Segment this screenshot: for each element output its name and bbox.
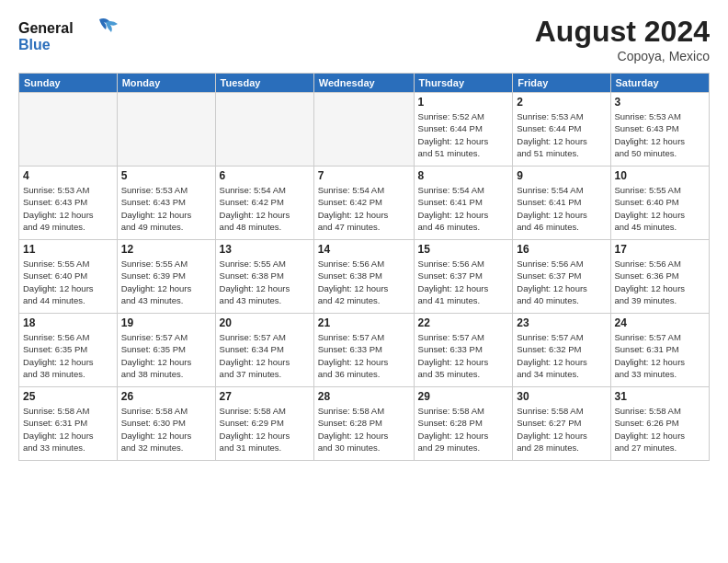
- month-title: August 2024: [535, 15, 710, 49]
- calendar-cell: 1Sunrise: 5:52 AMSunset: 6:44 PMDaylight…: [414, 93, 513, 167]
- calendar-cell: 30Sunrise: 5:58 AMSunset: 6:27 PMDayligh…: [513, 387, 610, 461]
- calendar-cell: [313, 93, 414, 167]
- day-info: Sunrise: 5:58 AMSunset: 6:30 PMDaylight:…: [121, 405, 211, 454]
- day-number: 17: [615, 243, 706, 256]
- calendar-cell: 25Sunrise: 5:58 AMSunset: 6:31 PMDayligh…: [19, 387, 118, 461]
- calendar-cell: 6Sunrise: 5:54 AMSunset: 6:42 PMDaylight…: [215, 167, 313, 240]
- header: General Blue August 2024 Copoya, Mexico: [18, 15, 710, 63]
- calendar-cell: 23Sunrise: 5:57 AMSunset: 6:32 PMDayligh…: [513, 314, 610, 387]
- day-info: Sunrise: 5:58 AMSunset: 6:27 PMDaylight:…: [517, 405, 606, 454]
- calendar: Sunday Monday Tuesday Wednesday Thursday…: [18, 73, 710, 461]
- calendar-cell: 4Sunrise: 5:53 AMSunset: 6:43 PMDaylight…: [19, 167, 118, 240]
- day-number: 4: [23, 169, 113, 182]
- day-info: Sunrise: 5:53 AMSunset: 6:43 PMDaylight:…: [23, 184, 113, 233]
- day-number: 23: [517, 316, 606, 329]
- title-block: August 2024 Copoya, Mexico: [535, 15, 710, 63]
- day-number: 15: [418, 243, 509, 256]
- day-number: 1: [418, 96, 509, 109]
- logo-text: General Blue: [18, 15, 119, 59]
- day-info: Sunrise: 5:57 AMSunset: 6:34 PMDaylight:…: [220, 331, 310, 380]
- location: Copoya, Mexico: [535, 49, 710, 63]
- col-wednesday: Wednesday: [313, 74, 414, 93]
- day-number: 21: [318, 316, 410, 329]
- day-number: 11: [23, 243, 113, 256]
- day-number: 10: [615, 169, 706, 182]
- day-info: Sunrise: 5:54 AMSunset: 6:42 PMDaylight:…: [318, 184, 410, 233]
- calendar-cell: 22Sunrise: 5:57 AMSunset: 6:33 PMDayligh…: [414, 314, 513, 387]
- day-number: 12: [121, 243, 211, 256]
- calendar-header-row: Sunday Monday Tuesday Wednesday Thursday…: [19, 74, 710, 93]
- col-thursday: Thursday: [414, 74, 513, 93]
- calendar-cell: 20Sunrise: 5:57 AMSunset: 6:34 PMDayligh…: [215, 314, 313, 387]
- day-info: Sunrise: 5:54 AMSunset: 6:41 PMDaylight:…: [517, 184, 606, 233]
- calendar-cell: 16Sunrise: 5:56 AMSunset: 6:37 PMDayligh…: [513, 240, 610, 314]
- day-number: 8: [418, 169, 509, 182]
- calendar-cell: 24Sunrise: 5:57 AMSunset: 6:31 PMDayligh…: [610, 314, 710, 387]
- calendar-cell: 29Sunrise: 5:58 AMSunset: 6:28 PMDayligh…: [414, 387, 513, 461]
- calendar-cell: 17Sunrise: 5:56 AMSunset: 6:36 PMDayligh…: [610, 240, 710, 314]
- day-info: Sunrise: 5:53 AMSunset: 6:43 PMDaylight:…: [121, 184, 211, 233]
- logo: General Blue: [18, 15, 119, 59]
- day-number: 16: [517, 243, 606, 256]
- day-number: 2: [517, 96, 606, 109]
- day-info: Sunrise: 5:58 AMSunset: 6:28 PMDaylight:…: [418, 405, 509, 454]
- calendar-cell: 9Sunrise: 5:54 AMSunset: 6:41 PMDaylight…: [513, 167, 610, 240]
- calendar-cell: 15Sunrise: 5:56 AMSunset: 6:37 PMDayligh…: [414, 240, 513, 314]
- week-row-1: 1Sunrise: 5:52 AMSunset: 6:44 PMDaylight…: [19, 93, 710, 167]
- day-info: Sunrise: 5:58 AMSunset: 6:26 PMDaylight:…: [615, 405, 706, 454]
- calendar-cell: 8Sunrise: 5:54 AMSunset: 6:41 PMDaylight…: [414, 167, 513, 240]
- calendar-cell: 11Sunrise: 5:55 AMSunset: 6:40 PMDayligh…: [19, 240, 118, 314]
- col-tuesday: Tuesday: [215, 74, 313, 93]
- day-number: 5: [121, 169, 211, 182]
- day-number: 14: [318, 243, 410, 256]
- day-info: Sunrise: 5:55 AMSunset: 6:40 PMDaylight:…: [615, 184, 706, 233]
- day-number: 29: [418, 390, 509, 403]
- calendar-cell: 7Sunrise: 5:54 AMSunset: 6:42 PMDaylight…: [313, 167, 414, 240]
- calendar-cell: 13Sunrise: 5:55 AMSunset: 6:38 PMDayligh…: [215, 240, 313, 314]
- day-number: 6: [220, 169, 310, 182]
- week-row-5: 25Sunrise: 5:58 AMSunset: 6:31 PMDayligh…: [19, 387, 710, 461]
- day-number: 3: [615, 96, 706, 109]
- calendar-cell: 3Sunrise: 5:53 AMSunset: 6:43 PMDaylight…: [610, 93, 710, 167]
- day-info: Sunrise: 5:56 AMSunset: 6:38 PMDaylight:…: [318, 258, 410, 306]
- week-row-4: 18Sunrise: 5:56 AMSunset: 6:35 PMDayligh…: [19, 314, 710, 387]
- calendar-cell: 10Sunrise: 5:55 AMSunset: 6:40 PMDayligh…: [610, 167, 710, 240]
- calendar-cell: [117, 93, 215, 167]
- day-info: Sunrise: 5:53 AMSunset: 6:43 PMDaylight:…: [615, 110, 706, 159]
- svg-text:General: General: [18, 20, 74, 36]
- day-info: Sunrise: 5:57 AMSunset: 6:35 PMDaylight:…: [121, 331, 211, 380]
- day-info: Sunrise: 5:55 AMSunset: 6:38 PMDaylight:…: [220, 258, 310, 306]
- calendar-cell: 19Sunrise: 5:57 AMSunset: 6:35 PMDayligh…: [117, 314, 215, 387]
- calendar-cell: [215, 93, 313, 167]
- day-info: Sunrise: 5:57 AMSunset: 6:32 PMDaylight:…: [517, 331, 606, 380]
- day-info: Sunrise: 5:56 AMSunset: 6:36 PMDaylight:…: [615, 258, 706, 306]
- day-info: Sunrise: 5:55 AMSunset: 6:39 PMDaylight:…: [121, 258, 211, 306]
- day-number: 28: [318, 390, 410, 403]
- day-number: 27: [220, 390, 310, 403]
- col-monday: Monday: [117, 74, 215, 93]
- day-number: 19: [121, 316, 211, 329]
- calendar-cell: 28Sunrise: 5:58 AMSunset: 6:28 PMDayligh…: [313, 387, 414, 461]
- day-info: Sunrise: 5:57 AMSunset: 6:33 PMDaylight:…: [418, 331, 509, 380]
- day-info: Sunrise: 5:55 AMSunset: 6:40 PMDaylight:…: [23, 258, 113, 306]
- calendar-cell: 18Sunrise: 5:56 AMSunset: 6:35 PMDayligh…: [19, 314, 118, 387]
- col-saturday: Saturday: [610, 74, 710, 93]
- day-info: Sunrise: 5:53 AMSunset: 6:44 PMDaylight:…: [517, 110, 606, 159]
- day-number: 31: [615, 390, 706, 403]
- calendar-cell: 2Sunrise: 5:53 AMSunset: 6:44 PMDaylight…: [513, 93, 610, 167]
- calendar-cell: 12Sunrise: 5:55 AMSunset: 6:39 PMDayligh…: [117, 240, 215, 314]
- day-info: Sunrise: 5:56 AMSunset: 6:37 PMDaylight:…: [517, 258, 606, 306]
- day-number: 9: [517, 169, 606, 182]
- calendar-cell: 26Sunrise: 5:58 AMSunset: 6:30 PMDayligh…: [117, 387, 215, 461]
- col-sunday: Sunday: [19, 74, 118, 93]
- day-info: Sunrise: 5:58 AMSunset: 6:31 PMDaylight:…: [23, 405, 113, 454]
- day-info: Sunrise: 5:57 AMSunset: 6:33 PMDaylight:…: [318, 331, 410, 380]
- day-number: 30: [517, 390, 606, 403]
- calendar-cell: 31Sunrise: 5:58 AMSunset: 6:26 PMDayligh…: [610, 387, 710, 461]
- day-info: Sunrise: 5:54 AMSunset: 6:42 PMDaylight:…: [220, 184, 310, 233]
- col-friday: Friday: [513, 74, 610, 93]
- calendar-cell: 21Sunrise: 5:57 AMSunset: 6:33 PMDayligh…: [313, 314, 414, 387]
- day-number: 26: [121, 390, 211, 403]
- day-number: 24: [615, 316, 706, 329]
- day-number: 25: [23, 390, 113, 403]
